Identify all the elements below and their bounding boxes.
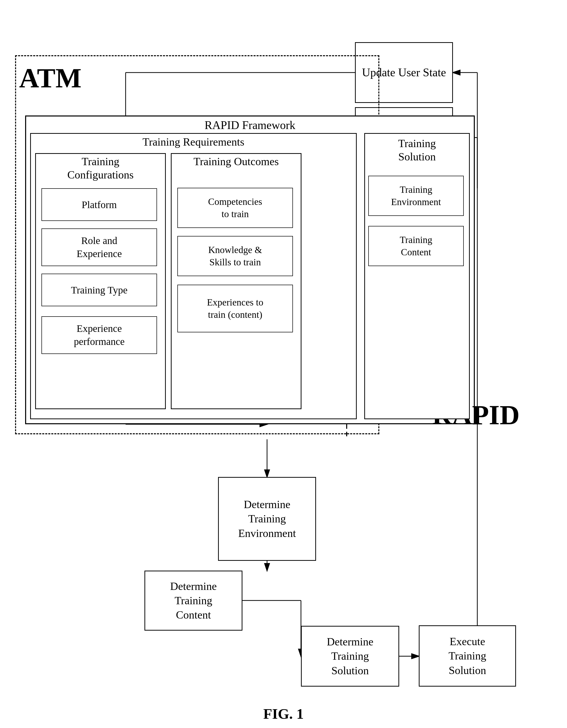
training-environment-inner-box: TrainingEnvironment bbox=[368, 176, 464, 216]
training-requirements-label: Training Requirements bbox=[30, 136, 357, 148]
role-experience-box: Role andExperience bbox=[41, 228, 157, 266]
execute-training-solution-box: ExecuteTrainingSolution bbox=[419, 625, 516, 687]
training-type-box: Training Type bbox=[41, 274, 157, 306]
training-content-inner-box: TrainingContent bbox=[368, 226, 464, 266]
determine-training-environment-box: DetermineTrainingEnvironment bbox=[218, 477, 316, 561]
competencies-to-train-box: Competenciesto train bbox=[177, 188, 293, 228]
training-outcomes-label: Training Outcomes bbox=[171, 155, 302, 168]
rapid-framework-label: RAPID Framework bbox=[25, 118, 475, 132]
fig-label: FIG. 1 bbox=[0, 705, 567, 722]
diagram-container: Update User State Update Functions ATM R… bbox=[0, 0, 567, 728]
experience-performance-box: Experienceperformance bbox=[41, 316, 157, 354]
knowledge-skills-box: Knowledge &Skills to train bbox=[177, 236, 293, 276]
experiences-to-train-box: Experiences totrain (content) bbox=[177, 285, 293, 332]
training-configurations-label: TrainingConfigurations bbox=[35, 155, 166, 182]
determine-training-content-box: DetermineTrainingContent bbox=[144, 571, 242, 631]
platform-box: Platform bbox=[41, 188, 157, 221]
training-solution-label: TrainingSolution bbox=[364, 137, 470, 164]
determine-training-solution-box: DetermineTrainingSolution bbox=[301, 626, 399, 687]
